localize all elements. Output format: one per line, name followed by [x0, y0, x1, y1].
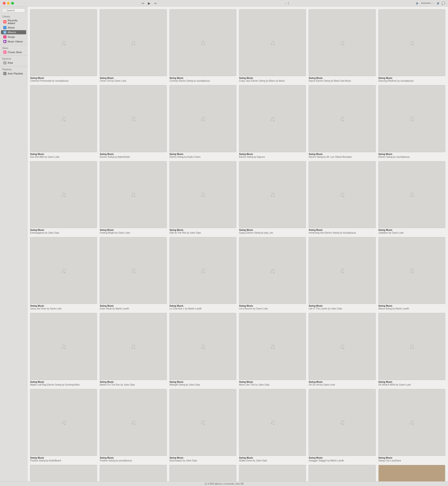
album-item[interactable]: ♫ Swing Music Mama Swing by Martin Landh: [377, 236, 446, 311]
album-subtitle: Feeling Alright by Gavin Luke: [100, 232, 167, 234]
album-item[interactable]: ♫ Swing Music Electro Swing by soundplus…: [377, 84, 446, 159]
album-item[interactable]: 🎼: [377, 464, 446, 481]
album-item[interactable]: ♫ Swing Music Electro Swing by Audio Col…: [168, 84, 237, 159]
close-button[interactable]: [3, 2, 6, 5]
itunes-store-icon: ★: [3, 51, 7, 54]
album-item[interactable]: ♫ Swing Music Dance Electro Swing by Bla…: [308, 8, 376, 83]
apple-logo: : [288, 1, 289, 5]
sidebar-item-itunes-store[interactable]: ★ iTunes Store: [1, 50, 26, 54]
album-art: ♫: [239, 85, 306, 152]
album-item[interactable]: ♫ Swing Music Razzmatazz by Jules Gaia: [168, 388, 237, 463]
album-subtitle: Swagger Stagger by Martin Landh: [309, 459, 376, 462]
album-art: ♫: [378, 85, 445, 152]
prev-button[interactable]: ⏮: [141, 1, 145, 5]
album-item[interactable]: ♫ Swing Music Extravaganza by Jules Gaia: [29, 160, 98, 235]
album-subtitle: Life O' The Lavish by Jules Gaia: [309, 307, 376, 310]
sidebar-divider-2: [0, 56, 27, 56]
album-item[interactable]: ♫ Swing Music: [168, 464, 237, 481]
album-item[interactable]: ♫ Swing Music Cheerful Promenade by soun…: [29, 8, 98, 83]
music-note-decoration: ♫: [339, 190, 345, 199]
album-title: Swing Music: [30, 77, 97, 80]
sidebar-item-recently-added[interactable]: ♥ Recently Added: [1, 19, 26, 25]
sidebar-item-ipad[interactable]: □ iPad: [1, 61, 26, 65]
album-title: Swing Music: [309, 77, 376, 80]
album-subtitle: Immersing Into Electro Swing by soundplu…: [309, 232, 376, 234]
album-item[interactable]: ♫ Swing Music Electro Swing by Egonus: [238, 84, 307, 159]
music-note-decoration: ♫: [409, 418, 415, 427]
album-item[interactable]: ♫ Swing Music Midnight Swing by Jules Ga…: [168, 312, 237, 387]
album-item[interactable]: ♫ Swing Music Oh What A Whirl by Gavin L…: [377, 312, 446, 387]
album-title: Swing Music: [239, 381, 306, 383]
album-item[interactable]: ♫ Swing Music Maple Leaf Rag Electro Swi…: [29, 312, 98, 387]
sidebar-item-songs[interactable]: ♩ Songs: [1, 35, 26, 39]
album-item[interactable]: ♫ Swing Music Shake Down by Jules Gaia: [238, 388, 307, 463]
album-subtitle: Let's Bounce by Gavin Luke: [239, 307, 306, 310]
album-item[interactable]: ♫ Swing Music Jump Jive Roar by Gavin Lu…: [29, 236, 98, 311]
album-item[interactable]: ♫ Swing Music Crazy Jazz Electro Swing b…: [238, 8, 307, 83]
music-note-decoration: ♫: [61, 190, 66, 199]
next-button[interactable]: ⏭: [153, 1, 158, 5]
album-art: ♫: [239, 237, 306, 304]
sidebar-item-auto-playlists[interactable]: ≡ Auto Playlists: [1, 72, 26, 76]
album-item[interactable]: ♫ Swing Music Positive Swing by soundplu…: [99, 388, 168, 463]
album-art: ♫: [309, 389, 376, 456]
album-item[interactable]: ♫ Swing Music: [308, 464, 376, 481]
album-item[interactable]: ♫ Swing Music Doo Dat Wah by Gavin Luke: [29, 84, 98, 159]
ipad-icon: □: [3, 61, 7, 65]
album-item[interactable]: ♫ Swing Music: [99, 464, 168, 481]
album-item[interactable]: ♫ Swing Music Kobe Steak by Martin Landh: [99, 236, 168, 311]
music-note-decoration: ♫: [409, 342, 415, 351]
minimize-button[interactable]: [7, 2, 10, 5]
album-item[interactable]: ♫ Swing Music Move Like This by Jules Ga…: [238, 312, 307, 387]
album-item[interactable]: ♫ Swing Music Let's Bounce by Gavin Luke: [238, 236, 307, 311]
album-item[interactable]: ♫ Swing Music Oh So Hot by Gavin Luke: [308, 312, 376, 387]
album-item[interactable]: ♫ Swing Music Electro Swing by Mr. Lev O…: [308, 84, 376, 159]
album-item[interactable]: ♫ Swing Music Life O' The Lavish by Jule…: [308, 236, 376, 311]
music-note-decoration: ♫: [200, 39, 206, 47]
album-item[interactable]: ♫ Swing Music Clever Girl by Gavin Luke: [99, 8, 168, 83]
album-item[interactable]: ♫ Swing Music Le Chat Noir 1 by Martin L…: [168, 236, 237, 311]
album-item[interactable]: ♫ Swing Music Immersing Into Electro Swi…: [308, 160, 376, 235]
album-art: ♫: [239, 465, 306, 481]
album-art: ♫: [30, 85, 97, 152]
titlebar-right: 🔈 🔊 💬: [416, 2, 445, 5]
album-title: Swing Music: [378, 77, 445, 80]
album-item[interactable]: ♫ Swing Music Dancing Rhythms by soundpl…: [377, 8, 446, 83]
album-subtitle: Swing It by LazaOaza: [378, 459, 445, 462]
music-note-decoration: ♫: [130, 342, 136, 351]
album-art: ♫: [30, 389, 97, 456]
sidebar-item-music-videos[interactable]: ▶ Music Videos: [1, 40, 26, 44]
album-subtitle: Shake Down by Jules Gaia: [239, 459, 306, 462]
sidebar-item-albums[interactable]: ▦ Albums: [1, 30, 26, 34]
album-title: Swing Music: [169, 305, 236, 307]
album-item[interactable]: ♫ Swing Music Positive Swing by AudioBea…: [29, 388, 98, 463]
album-subtitle: Oh So Hot by Gavin Luke: [309, 383, 376, 386]
albums-icon: ▦: [3, 31, 7, 34]
album-art: ♫: [30, 9, 97, 76]
album-item[interactable]: ♫ Swing Music Electro Swing by AdamKelsk…: [99, 84, 168, 159]
album-item[interactable]: ♫ Swing Music Swing It by LazaOaza: [377, 388, 446, 463]
music-note-decoration: ♫: [61, 418, 66, 427]
music-note-decoration: ♫: [409, 190, 415, 199]
album-item[interactable]: ♫ Swing Music Swagger Stagger by Martin …: [308, 388, 376, 463]
album-item[interactable]: ♫ Swing Music: [29, 464, 98, 481]
music-note-decoration: ♫: [200, 418, 206, 427]
album-item[interactable]: ♫ Swing Music Gypsy Electro Swing by pla…: [238, 160, 307, 235]
chat-button[interactable]: 💬: [442, 2, 445, 5]
album-subtitle: Midnight Swing by Jules Gaia: [169, 383, 236, 386]
album-item[interactable]: ♫ Swing Music: [238, 464, 307, 481]
album-item[interactable]: ♫ Swing Music Feeling Alright by Gavin L…: [99, 160, 168, 235]
album-art: ♫: [239, 161, 306, 228]
sidebar-item-artists[interactable]: ♪ Artists: [1, 25, 26, 30]
album-item[interactable]: ♫ Swing Music Glitz At The Ritz by Jules…: [168, 160, 237, 235]
play-button[interactable]: ▶: [147, 1, 152, 6]
album-title: Swing Music: [309, 305, 376, 307]
album-item[interactable]: ♫ Swing Music Comedy Electro Swing by so…: [168, 8, 237, 83]
search-input[interactable]: [2, 8, 25, 13]
album-item[interactable]: ♫ Swing Music Martini On The Run by Jule…: [99, 312, 168, 387]
volume-slider[interactable]: [421, 3, 435, 3]
maximize-button[interactable]: [11, 2, 14, 5]
album-art: ♫: [378, 161, 445, 228]
album-art: ♫: [169, 313, 236, 380]
album-item[interactable]: ♫ Swing Music Jubilation by Gavin Luke: [377, 160, 446, 235]
